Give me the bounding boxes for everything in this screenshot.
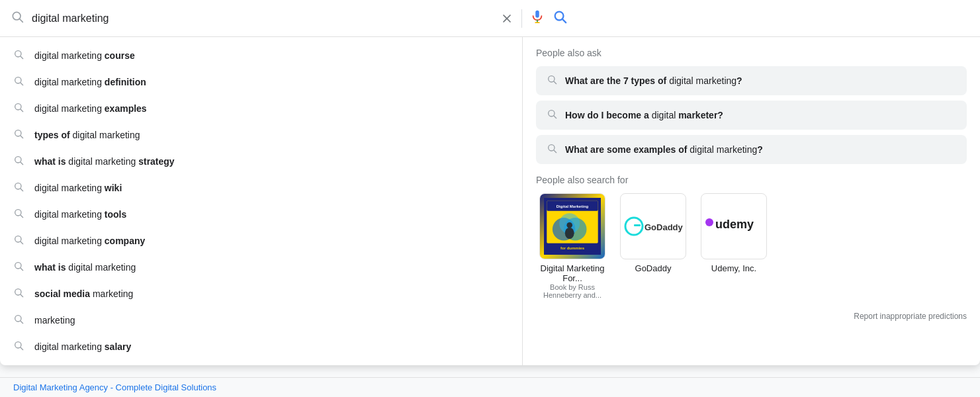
svg-point-50 bbox=[625, 218, 643, 235]
suggestion-search-icon bbox=[13, 287, 24, 300]
svg-text:udemy: udemy bbox=[715, 218, 754, 231]
pas-card-book[interactable]: Digital Marketing for dummies bbox=[536, 193, 609, 299]
search-bar-actions bbox=[500, 9, 567, 28]
suggestion-text: digital marketing course bbox=[34, 50, 135, 61]
suggestion-item[interactable]: social media marketing bbox=[0, 281, 522, 307]
svg-line-32 bbox=[21, 347, 23, 350]
clear-button[interactable] bbox=[500, 12, 513, 25]
suggestion-text: what is digital marketing bbox=[34, 262, 136, 273]
paa-text: How do I become a digital marketer? bbox=[565, 110, 723, 120]
paa-search-icon bbox=[547, 109, 557, 122]
suggestion-search-icon bbox=[13, 340, 24, 353]
suggestion-text: types of digital marketing bbox=[34, 130, 140, 140]
paa-text: What are some examples of digital market… bbox=[565, 144, 763, 155]
suggestions-panel: digital marketing course digital marketi… bbox=[0, 37, 523, 365]
suggestion-search-icon bbox=[13, 75, 24, 89]
report-text[interactable]: Report inappropriate predictions bbox=[854, 312, 967, 321]
search-icon-left bbox=[11, 10, 24, 26]
svg-line-12 bbox=[21, 83, 23, 85]
search-input[interactable] bbox=[32, 13, 495, 24]
svg-line-1 bbox=[20, 19, 23, 22]
book-card-name: Digital Marketing For... bbox=[536, 263, 609, 283]
svg-line-36 bbox=[554, 116, 557, 118]
svg-line-34 bbox=[554, 81, 557, 84]
bottom-bar: Digital Marketing Agency - Complete Digi… bbox=[0, 377, 980, 397]
suggestion-item[interactable]: types of digital marketing bbox=[0, 122, 522, 148]
suggestion-item[interactable]: what is digital marketing bbox=[0, 254, 522, 281]
divider bbox=[521, 9, 522, 28]
svg-point-47 bbox=[566, 222, 572, 228]
suggestion-search-icon bbox=[13, 181, 24, 195]
suggestion-search-icon bbox=[13, 49, 24, 62]
suggestion-search-icon bbox=[13, 261, 24, 274]
paa-text: What are the 7 types of digital marketin… bbox=[565, 75, 742, 86]
svg-line-28 bbox=[21, 294, 23, 297]
svg-line-22 bbox=[21, 215, 23, 218]
svg-point-46 bbox=[565, 228, 574, 239]
bottom-link-1[interactable]: Digital Marketing Agency - Complete Digi… bbox=[13, 382, 216, 392]
svg-rect-4 bbox=[535, 10, 539, 17]
suggestion-search-icon bbox=[13, 314, 24, 327]
godaddy-logo-image: GoDaddy bbox=[620, 193, 686, 259]
suggestion-text: digital marketing definition bbox=[34, 77, 146, 87]
suggestion-item[interactable]: digital marketing wiki bbox=[0, 175, 522, 201]
suggestion-text: digital marketing examples bbox=[34, 103, 147, 114]
udemy-card-name: Udemy, Inc. bbox=[711, 263, 756, 273]
book-cover-image: Digital Marketing for dummies bbox=[539, 193, 605, 259]
dropdown-container: digital marketing course digital marketi… bbox=[0, 37, 980, 365]
search-bar bbox=[0, 0, 980, 37]
suggestion-text: social media marketing bbox=[34, 288, 133, 299]
svg-line-14 bbox=[21, 109, 23, 112]
suggestion-item[interactable]: digital marketing tools bbox=[0, 201, 522, 228]
paa-search-icon bbox=[547, 74, 557, 87]
voice-search-button[interactable] bbox=[530, 9, 545, 28]
svg-line-24 bbox=[21, 242, 23, 244]
suggestion-text: digital marketing company bbox=[34, 236, 145, 246]
paa-item-1[interactable]: What are the 7 types of digital marketin… bbox=[536, 66, 967, 95]
suggestion-item[interactable]: what is digital marketing strategy bbox=[0, 148, 522, 175]
people-also-ask-title: People also ask bbox=[536, 48, 967, 58]
godaddy-card-name: GoDaddy bbox=[635, 263, 672, 273]
right-panel: People also ask What are the 7 types of … bbox=[523, 37, 980, 365]
suggestion-text: digital marketing tools bbox=[34, 209, 126, 220]
pas-card-udemy[interactable]: udemy Udemy, Inc. bbox=[697, 193, 770, 299]
pas-card-godaddy[interactable]: GoDaddy GoDaddy bbox=[617, 193, 690, 299]
suggestion-text: digital marketing wiki bbox=[34, 183, 122, 193]
suggestion-text: marketing bbox=[34, 315, 75, 326]
svg-line-10 bbox=[21, 56, 23, 59]
svg-rect-51 bbox=[634, 224, 641, 226]
book-card-sub: Book by Russ Henneberry and... bbox=[536, 283, 609, 299]
svg-line-8 bbox=[562, 19, 566, 22]
suggestion-item[interactable]: digital marketing salary bbox=[0, 333, 522, 360]
svg-line-20 bbox=[21, 189, 23, 191]
suggestion-search-icon bbox=[13, 128, 24, 142]
search-button[interactable] bbox=[553, 9, 567, 28]
svg-text:Digital Marketing: Digital Marketing bbox=[557, 204, 589, 208]
suggestion-search-icon bbox=[13, 102, 24, 115]
suggestion-text: what is digital marketing strategy bbox=[34, 156, 175, 167]
svg-line-38 bbox=[554, 150, 557, 153]
paa-item-3[interactable]: What are some examples of digital market… bbox=[536, 135, 967, 164]
suggestion-item[interactable]: digital marketing company bbox=[0, 228, 522, 254]
suggestion-search-icon bbox=[13, 208, 24, 221]
suggestion-item[interactable]: digital marketing examples bbox=[0, 95, 522, 122]
svg-line-30 bbox=[21, 321, 23, 324]
people-also-search-title: People also search for bbox=[536, 175, 967, 185]
suggestion-text: digital marketing salary bbox=[34, 341, 131, 352]
paa-search-icon bbox=[547, 143, 557, 156]
svg-line-26 bbox=[21, 268, 23, 271]
suggestion-item[interactable]: digital marketing definition bbox=[0, 69, 522, 95]
suggestion-item[interactable]: marketing bbox=[0, 307, 522, 333]
pas-cards: Digital Marketing for dummies bbox=[536, 193, 967, 299]
udemy-logo-image: udemy bbox=[701, 193, 767, 259]
paa-item-2[interactable]: How do I become a digital marketer? bbox=[536, 101, 967, 130]
svg-point-53 bbox=[705, 218, 713, 226]
svg-text:GoDaddy: GoDaddy bbox=[645, 222, 683, 232]
svg-line-18 bbox=[21, 162, 23, 165]
suggestion-search-icon bbox=[13, 155, 24, 168]
people-also-search-section: People also search for bbox=[536, 175, 967, 299]
svg-text:for dummies: for dummies bbox=[560, 246, 585, 250]
svg-line-16 bbox=[21, 136, 23, 138]
suggestion-item[interactable]: digital marketing course bbox=[0, 42, 522, 69]
suggestion-search-icon bbox=[13, 234, 24, 247]
